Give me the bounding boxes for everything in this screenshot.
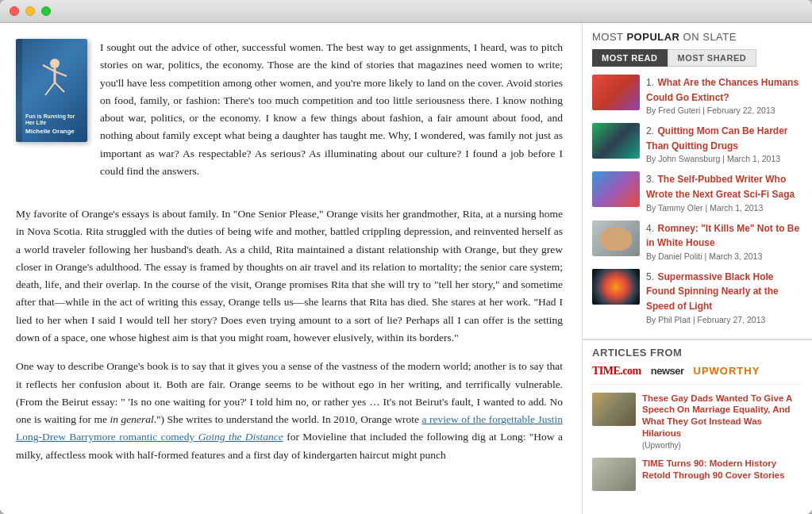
popular-thumb-2 (592, 123, 640, 159)
from-source-1: (Upworthy) (642, 441, 802, 450)
item-headline-3[interactable]: The Self-Pubbed Writer Who Wrote the Nex… (646, 174, 795, 200)
popular-section: MOST POPULAR ON SLATE MOST READ MOST SHA… (583, 23, 812, 339)
browser-content: Fun is Running for Her Life Michelle Ora… (0, 23, 812, 514)
popular-title-prefix: MOST (592, 31, 626, 43)
popular-thumb-4 (592, 221, 640, 256)
article-paragraph-3: One way to describe Orange's book is to … (16, 358, 563, 464)
item-byline-4: By Daniel Politi | March 3, 2013 (646, 251, 802, 261)
popular-section-title: MOST POPULAR ON SLATE (592, 31, 802, 43)
popular-list: 1. What Are the Chances Humans Could Go … (592, 75, 802, 324)
popular-item-text-1: 1. What Are the Chances Humans Could Go … (646, 75, 802, 115)
item-headline-1[interactable]: What Are the Chances Humans Could Go Ext… (646, 77, 799, 103)
browser-window: Fun is Running for Her Life Michelle Ora… (0, 0, 812, 514)
logo-newser[interactable]: newser (651, 365, 684, 377)
book-cover-text: Fun is Running for Her Life Michelle Ora… (25, 113, 84, 136)
item-number-3: 3. (646, 174, 654, 185)
from-thumb-2 (592, 458, 636, 491)
popular-item-text-3: 3. The Self-Pubbed Writer Who Wrote the … (646, 171, 802, 212)
thumb-face (600, 227, 632, 251)
maximize-button[interactable] (41, 6, 51, 16)
popular-item-2: 2. Quitting Mom Can Be Harder Than Quitt… (592, 123, 802, 163)
tab-most-read[interactable]: MOST READ (592, 49, 668, 67)
item-headline-2[interactable]: Quitting Mom Can Be Harder Than Quitting… (646, 125, 787, 152)
from-article-1: These Gay Dads Wanted To Give A Speech O… (592, 393, 802, 451)
minimize-button[interactable] (25, 6, 35, 16)
popular-thumb-3 (592, 171, 640, 207)
popular-title-suffix: ON SLATE (680, 31, 737, 43)
svg-line-3 (55, 71, 67, 76)
source-logos: TIME.com newser UPWORTHY (592, 365, 802, 385)
book-cover: Fun is Running for Her Life Michelle Ora… (16, 39, 87, 142)
from-article-text-2: TIME Turns 90: Modern History Retold Thr… (642, 458, 802, 483)
article-top: Fun is Running for Her Life Michelle Ora… (16, 39, 563, 191)
item-byline-5: By Phil Plait | February 27, 2013 (646, 315, 802, 324)
item-byline-2: By John Swansburg | March 1, 2013 (646, 154, 802, 163)
popular-tabs: MOST READ MOST SHARED (592, 49, 802, 67)
articles-from-title: ARTICLES FROM (592, 347, 802, 359)
item-number-2: 2. (646, 125, 654, 136)
article-text-block: I sought out the advice of other, succes… (100, 39, 563, 191)
sidebar: MOST POPULAR ON SLATE MOST READ MOST SHA… (582, 23, 812, 514)
item-headline-5[interactable]: Supermassive Black Hole Found Spinning N… (646, 271, 779, 312)
book-cover-illustration (31, 57, 79, 101)
popular-item-5: 5. Supermassive Black Hole Found Spinnin… (592, 269, 802, 324)
book-cover-figure (25, 55, 84, 102)
item-number-1: 1. (646, 77, 654, 88)
popular-item-1: 1. What Are the Chances Humans Could Go … (592, 75, 802, 115)
item-number-4: 4. (646, 223, 654, 234)
item-number-5: 5. (646, 271, 654, 282)
logo-upworthy[interactable]: UPWORTHY (694, 365, 760, 377)
svg-point-0 (50, 59, 60, 68)
popular-thumb-5 (592, 269, 640, 305)
main-article: Fun is Running for Her Life Michelle Ora… (0, 23, 582, 514)
popular-item-text-5: 5. Supermassive Black Hole Found Spinnin… (646, 269, 802, 324)
from-article-text-1: These Gay Dads Wanted To Give A Speech O… (642, 393, 802, 451)
article-link-1[interactable]: a review of the forgettable Justin Long-… (16, 413, 563, 443)
browser-chrome (0, 0, 812, 23)
from-headline-2[interactable]: TIME Turns 90: Modern History Retold Thr… (642, 458, 802, 481)
popular-item-3: 3. The Self-Pubbed Writer Who Wrote the … (592, 171, 802, 212)
from-thumb-1 (592, 393, 636, 426)
book-cover-author: Michelle Orange (25, 128, 84, 136)
item-byline-3: By Tammy Oler | March 1, 2013 (646, 203, 802, 213)
popular-thumb-1 (592, 75, 640, 110)
from-headline-1[interactable]: These Gay Dads Wanted To Give A Speech O… (642, 393, 802, 440)
popular-item-text-4: 4. Romney: "It Kills Me" Not to Be in Wh… (646, 221, 802, 261)
popular-item-text-2: 2. Quitting Mom Can Be Harder Than Quitt… (646, 123, 802, 163)
item-byline-1: By Fred Guteri | February 22, 2013 (646, 105, 802, 115)
article-paragraph-1: I sought out the advice of other, succes… (100, 39, 563, 180)
logo-time[interactable]: TIME.com (592, 365, 641, 378)
from-article-2: TIME Turns 90: Modern History Retold Thr… (592, 458, 802, 491)
article-paragraph-2: My favorite of Orange's essays is about … (16, 205, 563, 347)
svg-line-4 (45, 82, 55, 95)
tab-most-shared[interactable]: MOST SHARED (668, 49, 757, 67)
popular-item-4: 4. Romney: "It Kills Me" Not to Be in Wh… (592, 221, 802, 261)
popular-title-bold: POPULAR (626, 31, 679, 43)
svg-line-5 (55, 82, 64, 92)
item-headline-4[interactable]: Romney: "It Kills Me" Not to Be in White… (646, 223, 799, 249)
book-cover-title: Fun is Running for Her Life (25, 113, 84, 127)
close-button[interactable] (10, 6, 19, 16)
articles-from-section: ARTICLES FROM TIME.com newser UPWORTHY T… (583, 339, 812, 506)
